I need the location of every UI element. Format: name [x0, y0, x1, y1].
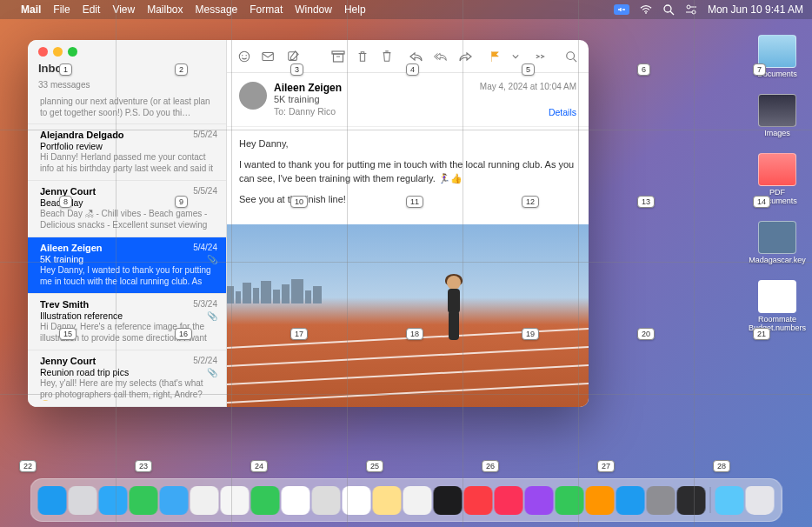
msg-subject: Reunion road trip pics [40, 367, 129, 377]
details-link[interactable]: Details [549, 107, 576, 117]
zoom-window-button[interactable] [68, 47, 77, 57]
flag-icon[interactable] [488, 50, 502, 63]
chevron-down-icon[interactable] [512, 50, 519, 63]
svg-line-16 [574, 58, 577, 62]
grid-label: 27 [597, 460, 615, 472]
desktop-item-documents[interactable]: Documents [751, 35, 803, 78]
menu-message[interactable]: Message [196, 3, 238, 16]
wifi-icon[interactable] [640, 3, 652, 16]
forward-icon[interactable] [458, 50, 472, 63]
menu-view[interactable]: View [112, 3, 135, 16]
dock-app-appstore[interactable] [616, 486, 645, 515]
compose-new-icon[interactable] [262, 50, 276, 63]
dock-app-podcasts[interactable] [525, 486, 554, 515]
dock-app-calendar[interactable] [282, 486, 310, 515]
menu-mailbox[interactable]: Mailbox [147, 3, 183, 16]
svg-point-15 [567, 51, 575, 59]
dock-app-news[interactable] [495, 486, 523, 515]
svg-rect-13 [334, 54, 343, 62]
avatar [239, 82, 267, 110]
message-row[interactable]: Alejandra Delgado5/5/24 Portfolio review… [28, 124, 226, 181]
junk-icon[interactable] [380, 50, 394, 63]
attachment-icon: 📎 [207, 311, 217, 321]
emoji-icon[interactable] [237, 50, 251, 63]
msg-preview: Hey, y'all! Here are my selects (that's … [40, 378, 217, 401]
minimize-window-button[interactable] [53, 47, 63, 57]
screen-share-icon[interactable] [614, 4, 629, 15]
reader-to: Danny Rico [289, 106, 336, 117]
dock-app-messages[interactable] [130, 486, 158, 515]
dock-app-safari[interactable] [99, 486, 128, 515]
menu-file[interactable]: File [53, 3, 70, 16]
dock-app-pages[interactable] [586, 486, 615, 515]
grid-label: 13 [637, 196, 655, 208]
dock-app-numbers-dock[interactable] [556, 486, 584, 515]
svg-rect-10 [263, 52, 273, 60]
grid-label: 23 [135, 460, 152, 472]
message-list-pane: Inbox 33 messages planning our next adve… [28, 40, 227, 407]
menu-window[interactable]: Window [295, 3, 332, 16]
dock-trash[interactable] [746, 486, 775, 515]
app-name[interactable]: Mail [21, 3, 41, 16]
trash-icon[interactable] [356, 50, 369, 63]
desktop-item-pdf[interactable]: PDF Documents [751, 153, 803, 205]
svg-point-3 [687, 5, 690, 9]
grid-label: 22 [19, 460, 37, 472]
message-list[interactable]: planning our next adventure (or at least… [28, 95, 226, 407]
attachment-icon: 📎 [207, 255, 217, 264]
dock-downloads[interactable] [715, 486, 744, 515]
dock-app-notes[interactable] [373, 486, 402, 515]
dock-app-mail[interactable] [160, 486, 189, 515]
to-label: To: [274, 106, 286, 117]
dock-app-contacts[interactable] [312, 486, 341, 515]
reply-all-icon[interactable] [434, 50, 448, 63]
msg-from: Trev Smith [40, 299, 89, 310]
compose-icon[interactable] [286, 50, 300, 63]
menu-datetime[interactable]: Mon Jun 10 9:41 AM [708, 3, 803, 16]
menu-format[interactable]: Format [250, 3, 283, 16]
menu-help[interactable]: Help [344, 3, 366, 16]
dock-app-iphone-mirror[interactable] [677, 486, 706, 515]
dock-app-reminders[interactable] [343, 486, 371, 515]
dock-app-maps[interactable] [190, 486, 219, 515]
message-count: 33 messages [38, 80, 90, 90]
desktop-item-numbers[interactable]: Roommate Budget.numbers [751, 280, 803, 332]
dock-app-music[interactable] [464, 486, 493, 515]
reply-icon[interactable] [409, 50, 423, 63]
dock-app-photos[interactable] [221, 486, 250, 515]
dock-app-finder[interactable] [38, 486, 67, 515]
more-icon[interactable] [535, 50, 549, 63]
menu-edit[interactable]: Edit [83, 3, 101, 16]
message-body: Hey Danny, I wanted to thank you for put… [227, 127, 589, 224]
dock-app-launchpad[interactable] [69, 486, 97, 515]
msg-preview: Hey Danny, I wanted to thank you for put… [40, 265, 217, 288]
dock-app-settings[interactable] [647, 486, 676, 515]
spotlight-icon[interactable] [662, 3, 675, 16]
archive-icon[interactable] [331, 50, 345, 63]
close-window-button[interactable] [38, 47, 48, 57]
message-row[interactable]: Trev Smith5/3/24 Illustration reference📎… [28, 294, 226, 350]
msg-subject: Illustration reference [40, 310, 123, 321]
desktop-item-keynote[interactable]: Madagascar.key [751, 221, 803, 264]
msg-date: 5/3/24 [193, 299, 217, 310]
dock-app-tv[interactable] [434, 486, 463, 515]
menu-bar: Mail File Edit View Mailbox Message Form… [0, 0, 812, 19]
dock-app-facetime[interactable] [251, 486, 280, 515]
mail-window: Inbox 33 messages planning our next adve… [28, 40, 589, 407]
search-icon[interactable] [564, 50, 578, 63]
dock [30, 478, 782, 522]
grid-label: 24 [250, 460, 268, 472]
msg-preview: Hi Danny! Herland passed me your contact… [40, 152, 217, 175]
msg-from: Aileen Zeigen [40, 243, 103, 253]
message-content-pane: Aileen Zeigen 5K training To: Danny Rico… [227, 40, 589, 407]
msg-date: 5/4/24 [193, 243, 217, 253]
control-center-icon[interactable] [685, 3, 697, 16]
dock-app-freeform[interactable] [403, 486, 432, 515]
message-row[interactable]: Aileen Zeigen5/4/24 5K training📎 Hey Dan… [28, 237, 226, 294]
svg-line-2 [670, 11, 674, 15]
msg-preview: Hi Danny, Here's a reference image for t… [40, 322, 217, 344]
desktop-item-images[interactable]: Images [751, 94, 803, 137]
message-row[interactable]: Jenny Court5/2/24 Reunion road trip pics… [28, 350, 226, 407]
message-row[interactable]: Jenny Court5/5/24 Beach day Beach Day 🏖 … [28, 181, 226, 237]
attachment-icon: 📎 [207, 368, 217, 377]
